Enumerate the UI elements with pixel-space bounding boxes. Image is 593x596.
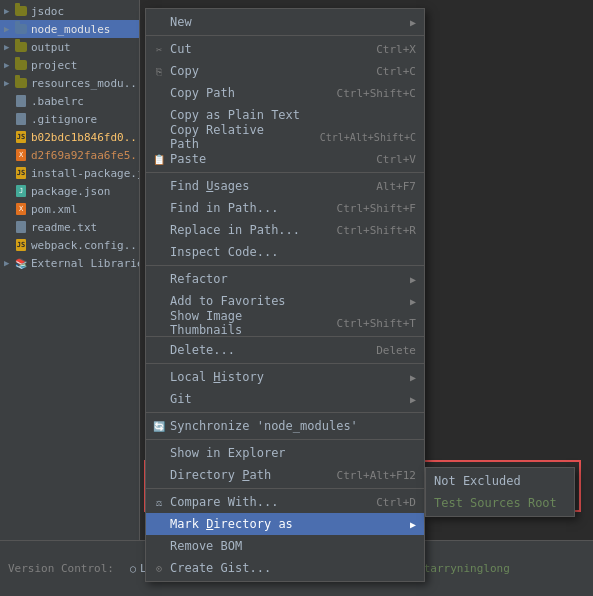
menu-item-copy-relative[interactable]: Copy Relative Path Ctrl+Alt+Shift+C <box>146 126 424 148</box>
tree-label: install-package.j... <box>31 167 140 180</box>
submenu-label: Not Excluded <box>434 474 521 488</box>
folder-icon <box>14 40 28 54</box>
submenu-arrow-icon: ▶ <box>410 17 416 28</box>
menu-item-refactor[interactable]: Refactor ▶ <box>146 268 424 290</box>
menu-separator <box>146 336 424 337</box>
menu-label: Inspect Code... <box>170 245 416 259</box>
menu-item-cut[interactable]: ✂ Cut Ctrl+X <box>146 38 424 60</box>
menu-item-find-path[interactable]: Find in Path... Ctrl+Shift+F <box>146 197 424 219</box>
compare-icon: ⚖ <box>152 495 166 509</box>
menu-separator <box>146 488 424 489</box>
tree-item-install[interactable]: ▶ JS install-package.j... <box>0 164 139 182</box>
menu-label: Find in Path... <box>170 201 317 215</box>
menu-label: Git <box>170 392 406 406</box>
menu-label: Copy Relative Path <box>170 123 300 151</box>
tree-item-b02[interactable]: ▶ JS b02bdc1b846fd0... <box>0 128 139 146</box>
copy-icon: ⎘ <box>152 64 166 78</box>
submenu-item-not-excluded[interactable]: Not Excluded <box>426 470 574 492</box>
tree-item-jsdoc[interactable]: ▶ jsdoc <box>0 2 139 20</box>
menu-item-synchronize[interactable]: 🔄 Synchronize 'node_modules' <box>146 415 424 437</box>
file-icon: JS <box>14 166 28 180</box>
submenu-item-test-sources[interactable]: Test Sources Root <box>426 492 574 514</box>
menu-shortcut: Ctrl+X <box>376 43 416 56</box>
menu-item-show-explorer[interactable]: Show in Explorer <box>146 442 424 464</box>
menu-shortcut: Alt+F7 <box>376 180 416 193</box>
tree-label: External Libraries <box>31 257 140 270</box>
menu-shortcut: Ctrl+Shift+C <box>337 87 416 100</box>
menu-item-local-history[interactable]: Local History ▶ <box>146 366 424 388</box>
menu-separator <box>146 265 424 266</box>
menu-label: Paste <box>170 152 356 166</box>
tree-arrow: ▶ <box>4 6 14 16</box>
menu-label: Create Gist... <box>170 561 416 575</box>
tree-item-project[interactable]: ▶ project <box>0 56 139 74</box>
menu-item-delete[interactable]: Delete... Delete <box>146 339 424 361</box>
menu-item-create-gist[interactable]: ⊙ Create Gist... <box>146 557 424 579</box>
paste-icon: 📋 <box>152 152 166 166</box>
tree-item-webpack[interactable]: ▶ JS webpack.config... <box>0 236 139 254</box>
file-icon <box>14 220 28 234</box>
menu-item-paste[interactable]: 📋 Paste Ctrl+V <box>146 148 424 170</box>
tree-item-output[interactable]: ▶ output <box>0 38 139 56</box>
menu-label: Add to Favorites <box>170 294 406 308</box>
menu-item-dir-path[interactable]: Directory Path Ctrl+Alt+F12 <box>146 464 424 486</box>
folder-icon <box>14 58 28 72</box>
menu-item-copy-path[interactable]: Copy Path Ctrl+Shift+C <box>146 82 424 104</box>
tree-label: d2f69a92faa6fe5... <box>31 149 140 162</box>
menu-item-thumbnails[interactable]: Show Image Thumbnails Ctrl+Shift+T <box>146 312 424 334</box>
svg-text:📚: 📚 <box>15 257 27 269</box>
tree-label: output <box>31 41 71 54</box>
submenu-label: Test Sources Root <box>434 496 557 510</box>
tree-label: b02bdc1b846fd0... <box>31 131 140 144</box>
submenu-arrow-icon: ▶ <box>410 274 416 285</box>
file-icon <box>14 94 28 108</box>
menu-label: Copy as Plain Text <box>170 108 416 122</box>
tree-item-external[interactable]: ▶ 📚 External Libraries <box>0 254 139 272</box>
tree-arrow: ▶ <box>4 42 14 52</box>
menu-item-replace-path[interactable]: Replace in Path... Ctrl+Shift+R <box>146 219 424 241</box>
tree-label: resources_modu... <box>31 77 140 90</box>
menu-label: Directory Path <box>170 468 317 482</box>
menu-separator <box>146 363 424 364</box>
tree-item-gitignore[interactable]: ▶ .gitignore <box>0 110 139 128</box>
menu-shortcut: Ctrl+Alt+Shift+C <box>320 132 416 143</box>
file-icon: JS <box>14 130 28 144</box>
submenu-arrow-icon: ▶ <box>410 394 416 405</box>
tree-item-babelrc[interactable]: ▶ .babelrc <box>0 92 139 110</box>
menu-shortcut: Ctrl+C <box>376 65 416 78</box>
menu-label: Synchronize 'node_modules' <box>170 419 416 433</box>
tree-item-package[interactable]: ▶ J package.json <box>0 182 139 200</box>
tree-label: .babelrc <box>31 95 84 108</box>
menu-item-copy[interactable]: ⎘ Copy Ctrl+C <box>146 60 424 82</box>
tree-item-d2f[interactable]: ▶ X d2f69a92faa6fe5... <box>0 146 139 164</box>
menu-label: Remove BOM <box>170 539 416 553</box>
menu-item-remove-bom[interactable]: Remove BOM <box>146 535 424 557</box>
tree-item-resources[interactable]: ▶ resources_modu... <box>0 74 139 92</box>
menu-item-git[interactable]: Git ▶ <box>146 388 424 410</box>
menu-label: New <box>170 15 406 29</box>
menu-item-inspect[interactable]: Inspect Code... <box>146 241 424 263</box>
menu-label: Cut <box>170 42 356 56</box>
menu-item-find-usages[interactable]: Find Usages Alt+F7 <box>146 175 424 197</box>
menu-label: Refactor <box>170 272 406 286</box>
menu-item-mark-directory[interactable]: Mark Directory as ▶ <box>146 513 424 535</box>
file-icon: JS <box>14 238 28 252</box>
submenu-arrow-icon: ▶ <box>410 519 416 530</box>
folder-icon <box>14 76 28 90</box>
folder-icon: 📚 <box>14 256 28 270</box>
menu-shortcut: Delete <box>376 344 416 357</box>
menu-shortcut: Ctrl+Shift+T <box>337 317 416 330</box>
submenu-arrow-icon: ▶ <box>410 372 416 383</box>
menu-separator <box>146 172 424 173</box>
cut-icon: ✂ <box>152 42 166 56</box>
file-icon: J <box>14 184 28 198</box>
menu-label: Mark Directory as <box>170 517 406 531</box>
tree-label: .gitignore <box>31 113 97 126</box>
tree-item-pom[interactable]: ▶ X pom.xml <box>0 200 139 218</box>
menu-item-compare[interactable]: ⚖ Compare With... Ctrl+D <box>146 491 424 513</box>
folder-icon <box>14 4 28 18</box>
tree-item-readme[interactable]: ▶ readme.txt <box>0 218 139 236</box>
menu-item-new[interactable]: New ▶ <box>146 11 424 33</box>
menu-label: Show Image Thumbnails <box>170 309 317 337</box>
tree-item-node-modules[interactable]: ▶ node_modules <box>0 20 139 38</box>
